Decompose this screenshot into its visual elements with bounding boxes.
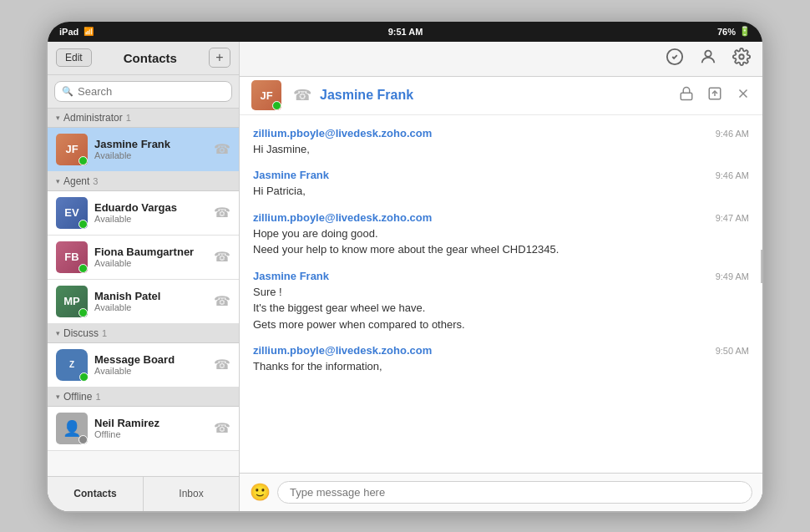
battery-icon: 🔋 [739,26,751,37]
contacts-list: ▾ Administrator 1 JF Jasmine Frank Avail… [48,109,239,476]
chevron-icon-agent: ▾ [56,177,60,185]
contact-status-eduardo: Available [94,214,214,224]
message-time-2: 9:46 AM [716,170,749,180]
message-meta-1: zillium.pboyle@livedesk.zoho.com 9:46 AM [253,127,749,139]
lock-icon[interactable] [679,86,694,104]
messages-area: zillium.pboyle@livedesk.zoho.com 9:46 AM… [240,115,762,473]
app-content: Edit Contacts + 🔍 ▾ Administrator 1 [48,42,762,511]
wifi-icon: 📶 [84,27,94,36]
phone-icon-manish: ☎ [214,293,230,309]
avatar-neil: 👤 [56,413,88,444]
chat-toolbar [240,42,762,77]
message-time-1: 9:46 AM [716,129,749,139]
chat-header-avatar: JF [251,80,281,110]
contact-name-neil: Neil Ramirez [94,417,214,429]
settings-icon[interactable] [732,48,751,70]
contact-name-manish: Manish Patel [94,290,214,302]
ipad-label: iPad [59,27,78,37]
search-icon: 🔍 [62,86,73,97]
avatar-eduardo: EV [56,197,88,229]
tab-inbox[interactable]: Inbox [144,477,239,511]
emoji-button[interactable]: 🙂 [250,482,271,502]
svg-point-1 [705,50,711,56]
contact-info-manish: Manish Patel Available [94,290,214,312]
contact-status-manish: Available [94,302,214,312]
status-bar: iPad 📶 9:51 AM 76% 🔋 [48,22,762,42]
message-block-2: Jasmine Frank 9:46 AM Hi Patricia, [253,169,749,200]
message-text-3: Hope you are doing good. Need your help … [253,225,749,258]
chevron-icon: ▾ [56,114,60,122]
contact-item-neil[interactable]: 👤 Neil Ramirez Offline ☎ [48,407,239,451]
check-icon[interactable] [666,48,684,70]
message-board-icon: Z [56,349,88,381]
phone-icon-fiona: ☎ [214,249,230,265]
message-sender-3: zillium.pboyle@livedesk.zoho.com [253,211,432,224]
contact-item-eduardo[interactable]: EV Eduardo Vargas Available ☎ [48,191,239,236]
contact-info-board: Message Board Available [94,353,214,376]
contact-name-jasmine: Jasmine Frank [94,138,214,150]
message-text-4: Sure ! It's the biggest gear wheel we ha… [253,284,749,333]
message-sender-1: zillium.pboyle@livedesk.zoho.com [253,127,432,139]
left-panel: Edit Contacts + 🔍 ▾ Administrator 1 [48,42,240,511]
chevron-icon-offline: ▾ [56,393,60,401]
share-icon[interactable] [707,86,722,104]
svg-rect-3 [681,93,692,99]
close-icon[interactable] [736,86,751,104]
contact-status-board: Available [94,366,214,376]
contact-item-message-board[interactable]: Z Message Board Available ☎ [48,343,239,388]
chat-contact-name: Jasmine Frank [320,88,671,103]
contact-item-fiona[interactable]: FB Fiona Baumgartner Available ☎ [48,236,239,280]
status-left: iPad 📶 [59,27,94,37]
message-text-2: Hi Patricia, [253,183,749,200]
contact-item-jasmine[interactable]: JF Jasmine Frank Available ☎ [48,128,239,172]
avatar-fiona: FB [56,241,88,273]
ipad-frame: iPad 📶 9:51 AM 76% 🔋 Edit Contacts + 🔍 [46,20,764,513]
status-right: 76% 🔋 [717,26,751,37]
chevron-icon-discuss: ▾ [56,329,60,337]
phone-icon-neil: ☎ [214,420,230,436]
contact-status-neil: Offline [94,429,214,439]
person-icon[interactable] [699,48,717,70]
right-panel: JF ☎ Jasmine Frank [240,42,762,511]
avatar-jasmine: JF [56,134,88,165]
status-dot-board [79,372,89,382]
contact-info-fiona: Fiona Baumgartner Available [94,246,214,268]
message-text-1: Hi Jasmine, [253,141,749,158]
search-bar: 🔍 [48,75,239,109]
message-block-4: Jasmine Frank 9:49 AM Sure ! It's the bi… [253,270,749,333]
tab-contacts[interactable]: Contacts [48,477,144,511]
add-contact-button[interactable]: + [209,48,230,68]
section-header-agent: ▾ Agent 3 [48,172,239,191]
message-time-4: 9:49 AM [716,271,749,281]
contacts-header: Edit Contacts + [48,42,239,75]
contact-status-fiona: Available [94,258,214,268]
contact-info-jasmine: Jasmine Frank Available [94,138,214,160]
contact-status-jasmine: Available [94,150,214,160]
chat-header: JF ☎ Jasmine Frank [240,77,762,115]
section-name-discuss: Discuss [63,327,99,339]
contact-info-eduardo: Eduardo Vargas Available [94,201,214,224]
section-count-agent: 3 [93,176,98,186]
message-input[interactable] [277,481,752,504]
edit-button[interactable]: Edit [56,48,92,67]
message-sender-4: Jasmine Frank [253,270,329,282]
svg-point-2 [739,54,744,59]
message-meta-2: Jasmine Frank 9:46 AM [253,169,749,181]
section-header-discuss: ▾ Discuss 1 [48,324,239,343]
search-input[interactable] [78,85,225,98]
section-count-discuss: 1 [102,328,107,338]
phone-icon-header: ☎ [293,86,311,104]
message-block-3: zillium.pboyle@livedesk.zoho.com 9:47 AM… [253,211,749,258]
contact-item-manish[interactable]: MP Manish Patel Available ☎ [48,280,239,324]
message-input-area: 🙂 [240,473,762,511]
avatar-manish: MP [56,286,88,317]
message-block-1: zillium.pboyle@livedesk.zoho.com 9:46 AM… [253,127,749,158]
section-name-administrator: Administrator [63,112,123,124]
message-text-5: Thanks for the information, [253,358,749,375]
status-dot-eduardo [78,220,88,229]
chat-status-dot [272,101,281,110]
message-meta-5: zillium.pboyle@livedesk.zoho.com 9:50 AM [253,344,749,357]
message-meta-3: zillium.pboyle@livedesk.zoho.com 9:47 AM [253,211,749,224]
battery-level: 76% [717,27,736,37]
contact-info-neil: Neil Ramirez Offline [94,417,214,439]
